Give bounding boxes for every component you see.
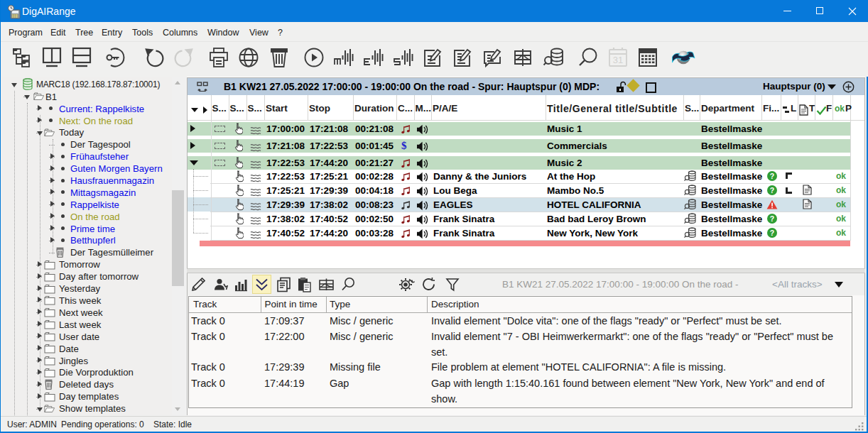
- svg-text:31: 31: [613, 55, 623, 65]
